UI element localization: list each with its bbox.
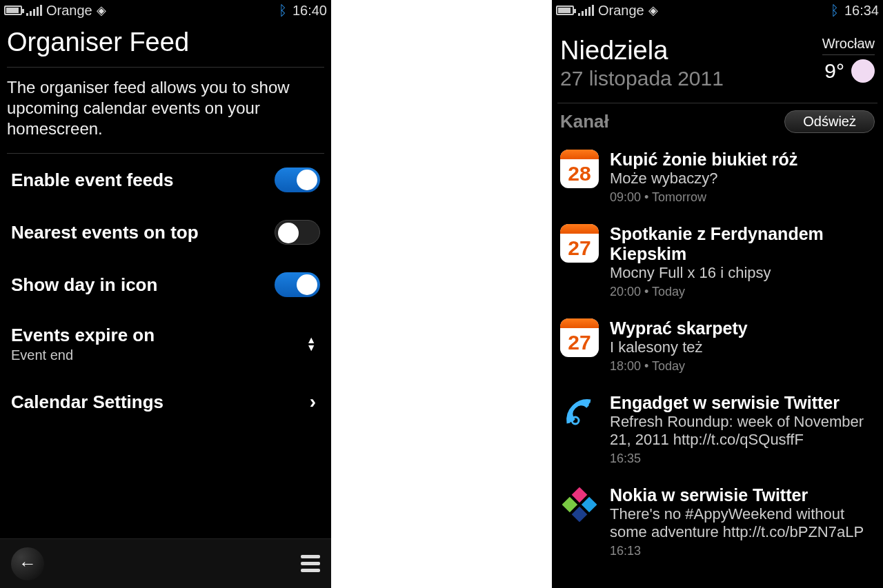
carrier-label: Orange [598,3,644,19]
feed-item-title: Engadget w serwisie Twitter [610,393,875,413]
bluetooth-icon: ᛒ [831,3,839,19]
feed-item[interactable]: 28Kupić żonie biukiet różMoże wybaczy?09… [557,140,877,214]
menu-button[interactable] [301,555,320,572]
feed-item-meta: 16:13 [610,544,875,558]
clock: 16:40 [292,3,327,19]
refresh-button[interactable]: Odśwież [784,110,875,133]
nokia-icon [560,485,599,524]
page-description: The organiser feed allows you to show up… [7,68,324,154]
day-name: Niedziela [560,36,822,65]
feed-item-subtitle: Mocny Full x 16 i chipsy [610,264,875,282]
setting-events-expire[interactable]: Events expire on Event end ▲▼ [7,311,324,377]
svg-rect-3 [562,497,577,513]
setting-label: Calendar Settings [11,392,310,413]
feed-item[interactable]: 27Spotkanie z Ferdynandem KiepskimMocny … [557,214,877,309]
wifi-icon: ◈ [97,4,106,17]
back-button[interactable]: ← [11,547,44,580]
setting-show-day-icon[interactable]: Show day in icon [7,258,324,311]
calendar-icon: 27 [560,318,599,357]
setting-label: Enable event feeds [11,170,275,191]
status-bar: Orange ◈ ᛒ 16:34 [552,0,883,21]
svg-rect-2 [582,497,597,513]
feed-item-meta: 18:00 • Today [610,359,875,374]
signal-icon [578,5,594,16]
feed-item-subtitle: Może wybaczy? [610,170,875,187]
chevron-right-icon: › [310,391,320,413]
clock: 16:34 [844,3,879,19]
signal-icon [26,5,42,16]
feed-item[interactable]: Engadget w serwisie TwitterRefresh Round… [557,383,877,476]
svg-point-0 [572,417,579,424]
toggle-show-day-icon[interactable] [275,272,320,297]
page-title: Organiser Feed [7,21,324,68]
feed-list[interactable]: 28Kupić żonie biukiet różMoże wybaczy?09… [557,140,877,568]
feed-item-subtitle: I kalesony też [610,338,875,356]
updown-icon: ▲▼ [306,336,320,352]
battery-icon [556,6,574,15]
weather-temp: 9° [824,59,844,83]
settings-screen: Orange ◈ ᛒ 16:40 Organiser Feed The orga… [0,0,331,588]
toggle-nearest-on-top[interactable] [275,220,320,245]
carrier-label: Orange [46,3,92,19]
setting-label: Show day in icon [11,274,275,296]
feed-item-meta: 09:00 • Tomorrow [610,190,875,205]
day-header: Niedziela 27 listopada 2011 Wrocław 9° [557,21,877,103]
feed-item-title: Wyprać skarpety [610,318,875,338]
weather-widget[interactable]: Wrocław 9° [822,36,875,83]
feed-item-title: Nokia w serwisie Twitter [610,485,875,505]
feed-screen: Orange ◈ ᛒ 16:34 Niedziela 27 listopada … [552,0,883,588]
calendar-icon: 27 [560,224,599,263]
feed-item-title: Kupić żonie biukiet róż [610,150,875,170]
setting-calendar-settings[interactable]: Calendar Settings › [7,377,324,427]
feed-item-title: Spotkanie z Ferdynandem Kiepskim [610,224,875,264]
setting-enable-feeds[interactable]: Enable event feeds [7,154,324,206]
weather-city: Wrocław [822,36,875,55]
wifi-icon: ◈ [648,4,658,17]
setting-label: Nearest events on top [11,222,275,243]
feed-section-label: Kanał [560,111,609,132]
feed-item-subtitle: Refresh Roundup: week of November 21, 20… [610,413,875,449]
gap [331,0,552,588]
battery-icon [4,6,22,15]
toggle-enable-feeds[interactable] [275,168,320,192]
bluetooth-icon: ᛒ [279,3,287,19]
setting-value: Event end [11,347,306,363]
svg-rect-4 [572,507,588,522]
engadget-icon [560,393,599,432]
status-bar: Orange ◈ ᛒ 16:40 [0,0,331,21]
feed-item[interactable]: Nokia w serwisie TwitterThere's no #Appy… [557,476,877,568]
svg-rect-1 [572,487,588,503]
weather-moon-icon [851,59,875,83]
calendar-icon: 28 [560,150,599,188]
feed-item-meta: 20:00 • Today [610,285,875,299]
feed-item[interactable]: 27Wyprać skarpetyI kalesony też18:00 • T… [557,309,877,383]
feed-item-subtitle: There's no #AppyWeekend without some adv… [610,505,875,541]
feed-item-meta: 16:35 [610,452,875,466]
toolbar: ← [0,538,331,588]
setting-label: Events expire on [11,325,306,346]
setting-nearest-on-top[interactable]: Nearest events on top [7,206,324,258]
day-date: 27 listopada 2011 [560,67,822,90]
